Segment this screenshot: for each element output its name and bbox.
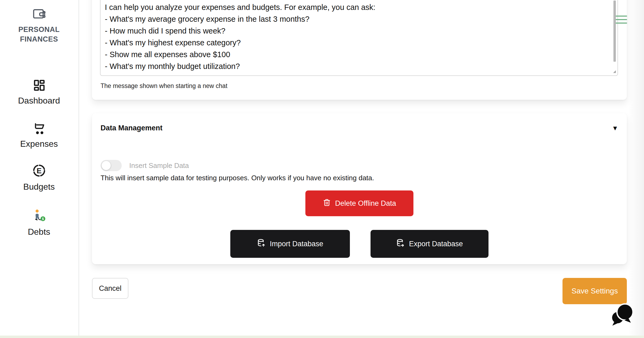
export-database-button[interactable]: Export Database — [371, 230, 488, 258]
textarea-scrollbar[interactable] — [613, 1, 616, 62]
insert-sample-data-toggle[interactable] — [101, 160, 122, 171]
bottom-accent-strip — [0, 336, 644, 338]
resize-handle-icon[interactable] — [613, 70, 616, 75]
welcome-message-text: I can help you analyze your expenses and… — [105, 1, 611, 72]
button-label: Import Database — [270, 240, 323, 248]
sidebar-item-label: Debts — [0, 227, 78, 237]
svg-text:$: $ — [42, 217, 44, 221]
sidebar: PERSONAL FINANCES Dashboard — [0, 0, 79, 336]
database-import-icon — [257, 239, 265, 249]
delete-offline-data-button[interactable]: Delete Offline Data — [305, 190, 413, 216]
shopping-cart-icon — [32, 121, 46, 136]
sample-data-toggle-row: Insert Sample Data — [101, 160, 189, 171]
sidebar-item-debts[interactable]: $ Debts — [0, 209, 78, 237]
sidebar-item-label: Dashboard — [0, 96, 78, 106]
toggle-description: This will insert sample data for testing… — [101, 174, 374, 182]
svg-text:E: E — [36, 167, 42, 175]
welcome-message-textarea[interactable]: I can help you analyze your expenses and… — [100, 0, 618, 76]
right-edge-shade — [628, 0, 644, 336]
welcome-message-help: The message shown when starting a new ch… — [101, 82, 227, 90]
data-management-card: Data Management ▼ Insert Sample Data Thi… — [92, 113, 627, 264]
app-logo[interactable]: PERSONAL FINANCES — [0, 7, 78, 44]
sidebar-item-budgets[interactable]: E Budgets — [0, 164, 78, 192]
trash-icon — [323, 199, 331, 208]
letter-e-circle-icon: E — [32, 164, 46, 179]
button-label: Delete Offline Data — [335, 199, 396, 208]
import-database-button[interactable]: Import Database — [230, 230, 350, 258]
button-label: Export Database — [409, 240, 463, 248]
database-export-icon — [396, 239, 405, 249]
layout-dashboard-icon — [33, 79, 46, 93]
section-title: Data Management — [101, 124, 162, 132]
data-management-header: Data Management ▼ — [101, 124, 618, 134]
toggle-label: Insert Sample Data — [129, 161, 189, 170]
delete-row: Delete Offline Data — [92, 190, 627, 216]
toggle-knob — [102, 161, 111, 170]
database-buttons-row: Import Database Export Database — [92, 230, 627, 258]
chat-bubble-icon[interactable] — [610, 302, 634, 327]
person-money-ball-icon: $ — [32, 209, 46, 224]
ai-message-card: I can help you analyze your expenses and… — [92, 0, 627, 100]
save-settings-button[interactable]: Save Settings — [562, 278, 627, 304]
sidebar-item-label: Expenses — [0, 139, 78, 149]
cancel-button[interactable]: Cancel — [92, 278, 128, 299]
app-window: PERSONAL FINANCES Dashboard — [0, 0, 644, 338]
wallet-icon — [32, 7, 47, 21]
sidebar-item-expenses[interactable]: Expenses — [0, 121, 78, 149]
sidebar-item-label: Budgets — [0, 182, 78, 192]
chevron-down-icon[interactable]: ▼ — [612, 124, 618, 132]
sidebar-item-dashboard[interactable]: Dashboard — [0, 79, 78, 106]
app-title: PERSONAL FINANCES — [0, 25, 78, 44]
menu-hamburger-icon[interactable] — [616, 16, 627, 26]
